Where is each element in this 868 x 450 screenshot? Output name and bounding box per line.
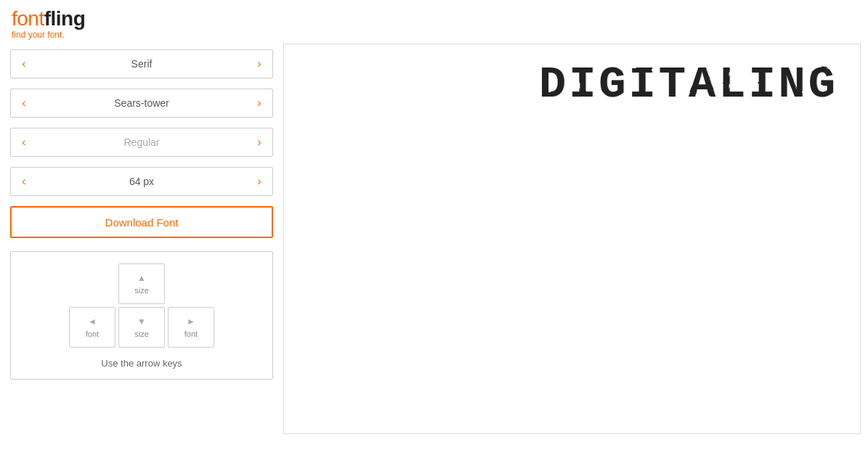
font-prev-button[interactable]: ‹ (11, 89, 37, 117)
logo-tagline: find your font. (12, 30, 856, 39)
font-label: Sears-tower (37, 97, 246, 109)
logo-font-part: font (12, 7, 44, 30)
logo-fling-part: fling (44, 7, 86, 30)
variant-prev-button[interactable]: ‹ (11, 128, 37, 156)
variant-selector: ‹ Regular › (10, 128, 273, 157)
main-layout: ‹ Serif › ‹ Sears-tower › ‹ Regular › ‹ … (0, 44, 868, 441)
logo: fontfling find your font. (12, 9, 856, 39)
category-label: Serif (37, 58, 246, 70)
font-preview-text: DIGITALING (539, 59, 838, 110)
variant-next-button[interactable]: › (246, 128, 272, 156)
right-key-label: font (184, 330, 198, 338)
header: fontfling find your font. (0, 0, 868, 44)
arrow-guide: ▲ size ◄ font ▼ size ► (10, 251, 273, 380)
size-label: 64 px (37, 176, 246, 187)
down-key-label: size (134, 330, 149, 338)
category-next-button[interactable]: › (246, 50, 272, 78)
left-key: ◄ font (69, 307, 115, 348)
left-panel: ‹ Serif › ‹ Sears-tower › ‹ Regular › ‹ … (0, 44, 283, 441)
size-prev-button[interactable]: ‹ (11, 168, 37, 195)
category-selector: ‹ Serif › (10, 49, 273, 78)
bottom-key-row: ◄ font ▼ size ► font (69, 307, 214, 348)
size-selector: ‹ 64 px › (10, 167, 273, 196)
right-arrow-icon: ► (187, 316, 195, 327)
up-key: ▲ size (118, 263, 165, 304)
font-next-button[interactable]: › (246, 89, 272, 117)
right-key: ► font (168, 307, 214, 348)
category-prev-button[interactable]: ‹ (11, 50, 37, 78)
font-selector: ‹ Sears-tower › (10, 89, 273, 118)
up-arrow-icon: ▲ (137, 273, 146, 283)
up-key-label: size (134, 286, 149, 295)
variant-label: Regular (37, 136, 246, 148)
download-font-button[interactable]: Download Font (10, 206, 273, 238)
left-key-label: font (86, 330, 99, 338)
size-next-button[interactable]: › (246, 168, 272, 195)
arrow-keys-grid: ▲ size ◄ font ▼ size ► (69, 263, 214, 348)
font-preview-panel: DIGITALING (283, 44, 861, 434)
arrow-guide-instruction: Use the arrow keys (101, 358, 182, 369)
left-arrow-icon: ◄ (88, 316, 97, 327)
top-key-row: ▲ size (118, 263, 165, 304)
down-key: ▼ size (118, 307, 165, 348)
down-arrow-icon: ▼ (137, 316, 146, 327)
